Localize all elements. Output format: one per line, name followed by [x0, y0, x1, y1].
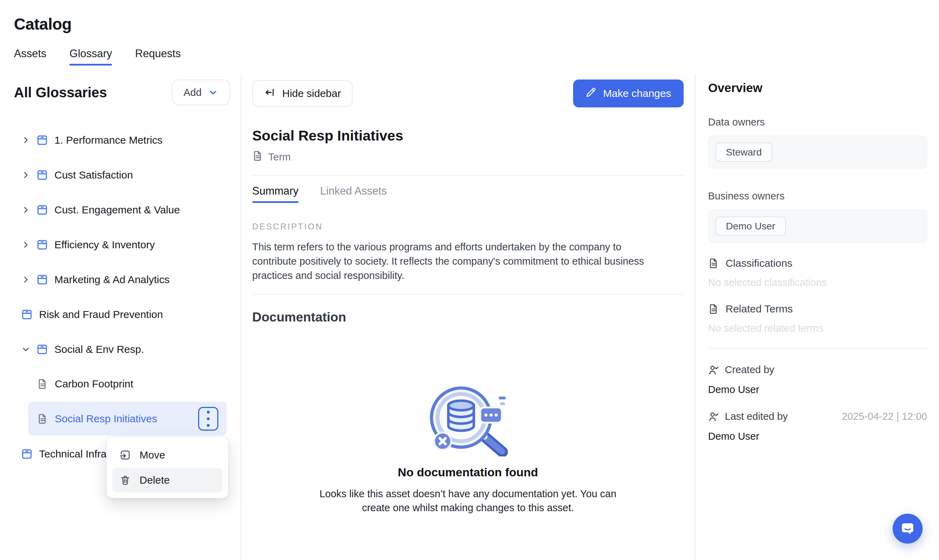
- empty-state-title: No documentation found: [252, 466, 683, 479]
- glossary-archive-icon: [36, 274, 48, 286]
- business-owners-box: Demo User: [708, 209, 927, 243]
- glossary-tree: 1. Performance MetricsCust SatisfactionC…: [0, 123, 241, 471]
- add-button[interactable]: Add: [172, 80, 230, 105]
- glossary-archive-icon: [36, 239, 48, 251]
- sidebar-header: All Glossaries Add: [0, 73, 241, 105]
- make-changes-label: Make changes: [603, 88, 671, 99]
- related-terms-empty: No selected related terms: [708, 323, 927, 334]
- tab-requests[interactable]: Requests: [135, 48, 181, 65]
- chevron-right-icon[interactable]: [21, 240, 31, 250]
- owner-chip[interactable]: Demo User: [716, 217, 786, 236]
- top-tabs: AssetsGlossaryRequests: [14, 48, 181, 65]
- chevron-right-icon[interactable]: [21, 205, 31, 215]
- tree-item-label: Social Resp Initiatives: [55, 413, 157, 425]
- menu-item-delete[interactable]: Delete: [112, 468, 223, 492]
- tree-item-label: Cust Satisfaction: [54, 169, 133, 181]
- tree-item-marketing-ad-analytics[interactable]: Marketing & Ad Analytics: [0, 262, 241, 297]
- move-icon: [119, 449, 131, 461]
- hide-sidebar-label: Hide sidebar: [282, 88, 341, 99]
- chevron-down-icon[interactable]: [21, 345, 31, 354]
- chat-launcher-button[interactable]: [893, 514, 923, 544]
- overview-section-divider: [708, 348, 927, 349]
- menu-item-label: Move: [140, 449, 165, 461]
- related-terms-section: Related Terms: [708, 303, 927, 315]
- overview-divider: [695, 74, 696, 560]
- tree-item-label: 1. Performance Metrics: [54, 134, 163, 146]
- description-text: This term refers to the various programs…: [252, 240, 667, 283]
- created-by-row: Created by: [708, 364, 927, 375]
- tree-item-label: Social & Env Resp.: [54, 343, 144, 355]
- catalog-screen: Catalog AssetsGlossaryRequests All Gloss…: [0, 0, 939, 560]
- content-tab-summary[interactable]: Summary: [252, 185, 299, 203]
- asset-type-label: Term: [268, 151, 291, 163]
- content-tabs: SummaryLinked Assets: [252, 185, 683, 203]
- classifications-section: Classifications: [708, 257, 927, 269]
- chevron-down-icon: [208, 87, 219, 98]
- created-by-label: Created by: [725, 364, 774, 375]
- content-tab-linked-assets[interactable]: Linked Assets: [320, 185, 387, 203]
- data-owners-label: Data owners: [708, 117, 927, 128]
- title-divider: [252, 175, 683, 176]
- tree-item-label: Marketing & Ad Analytics: [54, 274, 169, 286]
- overview-panel: Overview Data owners Steward Business ow…: [708, 73, 927, 442]
- main-toolbar: Hide sidebar Make changes: [252, 80, 683, 108]
- documentation-heading: Documentation: [252, 310, 683, 325]
- owner-chip[interactable]: Steward: [716, 143, 772, 162]
- tree-item-cust-satisfaction[interactable]: Cust Satisfaction: [0, 158, 241, 192]
- no-docs-search-illustration: [419, 383, 517, 457]
- user-check-icon: [708, 411, 719, 422]
- classifications-doc-icon: [708, 258, 719, 269]
- chevron-right-icon[interactable]: [21, 170, 31, 180]
- chat-bubble-icon: [900, 520, 916, 537]
- description-divider: [252, 294, 683, 295]
- last-edited-label: Last edited by: [725, 411, 788, 422]
- classifications-label: Classifications: [725, 257, 793, 269]
- tree-item-1-performance-metrics[interactable]: 1. Performance Metrics: [0, 123, 241, 158]
- tree-item-efficiency-inventory[interactable]: Efficiency & Inventory: [0, 227, 241, 262]
- page-title: Catalog: [14, 15, 181, 34]
- chevron-right-icon[interactable]: [21, 275, 31, 285]
- business-owners-label: Business owners: [708, 191, 927, 202]
- tree-item-social-env-resp[interactable]: Social & Env Resp.: [0, 332, 241, 367]
- tree-item-cust-engagement-value[interactable]: Cust. Engagement & Value: [0, 192, 241, 227]
- glossary-archive-icon: [36, 343, 48, 355]
- tab-glossary[interactable]: Glossary: [69, 48, 112, 65]
- tree-item-label: Technical Infra: [39, 448, 106, 460]
- chevron-right-icon[interactable]: [21, 135, 31, 145]
- related-terms-doc-icon: [708, 303, 719, 314]
- description-label: DESCRIPTION: [252, 222, 683, 232]
- data-owners-box: Steward: [708, 135, 927, 169]
- last-edited-date: 2025-04-22 | 12:00: [842, 411, 927, 422]
- menu-item-label: Delete: [140, 474, 170, 486]
- tree-item-social-resp-initiatives[interactable]: Social Resp Initiatives: [28, 402, 227, 435]
- tree-item-label: Carbon Footprint: [55, 378, 133, 390]
- user-check-icon: [708, 365, 719, 375]
- glossary-archive-icon: [21, 448, 33, 460]
- empty-state-body: Looks like this asset doesn’t have any d…: [308, 487, 628, 515]
- asset-title: Social Resp Initiatives: [252, 128, 683, 144]
- tree-item-carbon-footprint[interactable]: Carbon Footprint: [28, 367, 227, 401]
- menu-item-move[interactable]: Move: [112, 443, 223, 467]
- item-actions-kebab-button[interactable]: [198, 407, 219, 431]
- tree-item-risk-and-fraud-prevention[interactable]: Risk and Fraud Prevention: [0, 297, 241, 332]
- sidebar-title: All Glossaries: [14, 85, 107, 100]
- make-changes-button[interactable]: Make changes: [573, 80, 683, 108]
- last-edited-name: Demo User: [708, 431, 927, 442]
- context-menu: MoveDelete: [106, 437, 228, 498]
- created-by-name: Demo User: [708, 384, 927, 395]
- collapse-left-icon: [264, 87, 275, 100]
- empty-documentation-state: No documentation found Looks like this a…: [252, 383, 683, 515]
- term-doc-icon: [37, 413, 48, 425]
- pencil-icon: [586, 87, 596, 100]
- glossary-archive-icon: [36, 169, 48, 181]
- tree-item-label: Cust. Engagement & Value: [54, 204, 180, 216]
- tab-assets[interactable]: Assets: [14, 48, 46, 65]
- tree-item-label: Efficiency & Inventory: [54, 239, 155, 251]
- last-edited-row: Last edited by 2025-04-22 | 12:00: [708, 411, 927, 422]
- tree-item-label: Risk and Fraud Prevention: [39, 309, 163, 320]
- glossary-archive-icon: [36, 134, 48, 146]
- classifications-empty: No selected classifications: [708, 277, 927, 288]
- hide-sidebar-button[interactable]: Hide sidebar: [252, 80, 353, 107]
- trash-icon: [119, 474, 131, 486]
- term-doc-icon: [37, 378, 48, 390]
